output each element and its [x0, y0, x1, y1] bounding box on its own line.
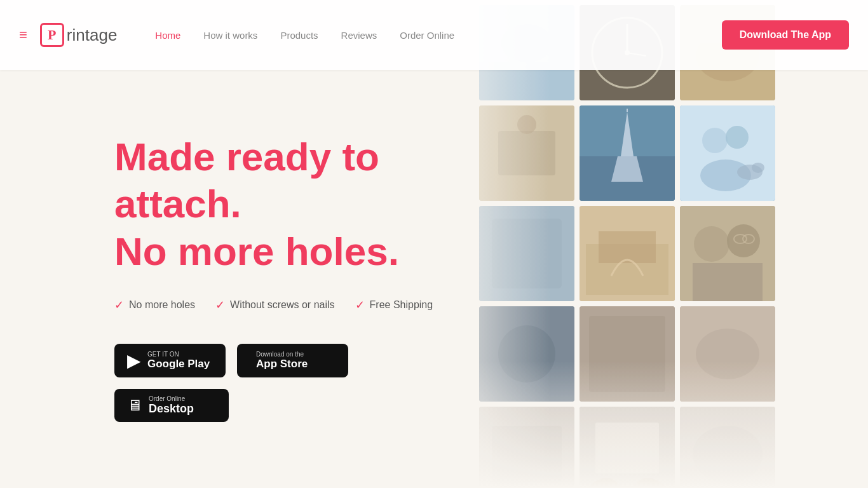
badge-label-3: Free Shipping — [370, 299, 433, 311]
photo-eiffel — [580, 105, 675, 201]
svg-point-13 — [517, 115, 536, 134]
photo-7 — [479, 206, 574, 301]
hero-content: Made ready to attach. No more holes. ✓ N… — [0, 83, 483, 422]
google-play-sub: GET IT ON — [147, 351, 210, 358]
svg-rect-26 — [492, 219, 562, 288]
svg-rect-29 — [599, 231, 656, 263]
nav-links: Home How it works Products Reviews Order… — [155, 30, 721, 41]
photo-10 — [479, 306, 574, 402]
svg-point-37 — [498, 325, 555, 383]
nav-link-products[interactable]: Products — [280, 30, 318, 41]
check-icon-1: ✓ — [114, 298, 124, 312]
svg-rect-45 — [595, 423, 659, 473]
nav-link-order-online[interactable]: Order Online — [400, 30, 454, 41]
hamburger-menu-icon[interactable]: ≡ — [19, 27, 27, 43]
badge-no-screws: ✓ Without screws or nails — [215, 298, 335, 312]
svg-rect-43 — [492, 426, 562, 483]
svg-point-31 — [694, 226, 729, 262]
check-icon-3: ✓ — [355, 298, 365, 312]
photo-13 — [479, 407, 574, 488]
photo-people-dog — [680, 105, 775, 201]
photo-11 — [580, 306, 675, 402]
badge-label-2: Without screws or nails — [230, 299, 335, 311]
svg-point-41 — [696, 329, 759, 379]
hero-title: Made ready to attach. No more holes. — [114, 133, 445, 275]
app-store-main: App Store — [256, 358, 308, 370]
nav-link-home[interactable]: Home — [155, 30, 180, 41]
photo-hands — [580, 407, 675, 488]
check-icon-2: ✓ — [215, 298, 225, 312]
desktop-order-button[interactable]: 🖥 Order Online Desktop — [114, 389, 229, 422]
photo-couple — [680, 206, 775, 301]
feature-badges: ✓ No more holes ✓ Without screws or nail… — [114, 298, 445, 312]
photo-architecture — [580, 206, 675, 301]
desktop-main: Desktop — [149, 402, 194, 416]
logo[interactable]: P rintage — [40, 23, 118, 47]
app-store-button[interactable]: Download on the App Store — [237, 344, 348, 377]
svg-point-21 — [726, 126, 749, 149]
app-buttons: ▶ GET IT ON Google Play Download on the … — [114, 344, 445, 422]
google-play-icon: ▶ — [127, 350, 141, 371]
nav-link-how-it-works[interactable]: How it works — [203, 30, 257, 41]
badge-no-holes: ✓ No more holes — [114, 298, 195, 312]
svg-rect-12 — [498, 131, 555, 175]
hero-section: Made ready to attach. No more holes. ✓ N… — [0, 0, 868, 488]
svg-rect-39 — [589, 316, 665, 392]
download-app-button[interactable]: Download The App — [722, 20, 849, 50]
nav-link-reviews[interactable]: Reviews — [341, 30, 377, 41]
photo-4 — [479, 105, 574, 201]
logo-box-icon: P — [40, 23, 64, 47]
app-store-sub: Download on the — [256, 351, 308, 358]
svg-point-48 — [693, 426, 763, 483]
badge-label-1: No more holes — [129, 299, 195, 311]
svg-point-20 — [702, 128, 728, 153]
google-play-main: Google Play — [147, 358, 210, 370]
navbar: ≡ P rintage Home How it works Products R… — [0, 0, 868, 70]
photo-12 — [680, 306, 775, 402]
svg-point-24 — [752, 163, 764, 173]
photo-grid — [474, 0, 868, 488]
desktop-sub: Order Online — [149, 395, 194, 402]
svg-rect-33 — [693, 263, 763, 301]
logo-text: rintage — [67, 25, 118, 45]
monitor-icon: 🖥 — [127, 396, 142, 414]
google-play-button[interactable]: ▶ GET IT ON Google Play — [114, 344, 226, 377]
photo-15 — [680, 407, 775, 488]
badge-free-shipping: ✓ Free Shipping — [355, 298, 433, 312]
